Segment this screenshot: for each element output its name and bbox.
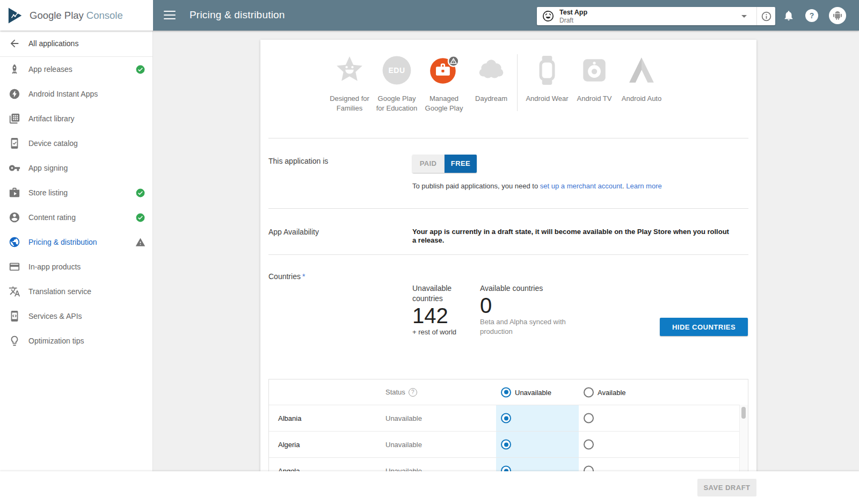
sidebar-item-label: In-app products [28, 262, 152, 271]
logo-suffix: Console [86, 10, 123, 21]
sidebar-item-app-signing[interactable]: App signing [0, 156, 152, 180]
app-status: Draft [559, 17, 587, 24]
watch-icon [523, 54, 571, 86]
available-all-radio[interactable] [584, 387, 594, 397]
account-avatar[interactable] [829, 7, 846, 24]
availability-text: Your app is currently in a draft state, … [412, 228, 734, 245]
country-row-angola: AngolaUnavailable [269, 457, 748, 471]
country-name: Algeria [278, 441, 300, 449]
status-help-icon[interactable]: ? [409, 388, 417, 397]
free-button[interactable]: FREE [445, 155, 477, 173]
person-circle-icon [9, 211, 20, 223]
check-circle-icon [135, 213, 145, 223]
check-circle-icon [135, 64, 145, 75]
rest-of-world-note: + rest of world [412, 327, 474, 337]
program-designed-for-families[interactable]: Designed for Families [326, 54, 373, 113]
learn-more-link[interactable]: Learn more [626, 182, 661, 190]
available-radio[interactable] [584, 413, 594, 423]
top-bar: Pricing & distribution Test App Draft ? [0, 0, 859, 31]
arrow-left-icon [9, 38, 20, 49]
country-status: Unavailable [385, 467, 422, 472]
translate-icon [9, 286, 20, 297]
program-android-wear[interactable]: Android Wear [523, 54, 571, 104]
family-star-icon [326, 54, 373, 86]
available-countries-count: 0 [480, 294, 571, 317]
pricing-section-label: This application is [268, 157, 328, 165]
sidebar-item-label: Artifact library [28, 114, 152, 123]
paid-button[interactable]: PAID [412, 155, 445, 173]
country-row-albania: AlbaniaUnavailable [269, 405, 748, 431]
sidebar-item-label: Pricing & distribution [28, 238, 127, 246]
sidebar-item-translation-service[interactable]: Translation service [0, 279, 152, 304]
countries-table-body: AlbaniaUnavailableAlgeriaUnavailableAngo… [269, 405, 748, 471]
countries-table-header: Status ? Unavailable Available [269, 379, 748, 405]
available-radio[interactable] [584, 440, 594, 450]
programs-group-divider [517, 54, 518, 111]
edu-circle-icon: EDU [373, 54, 420, 86]
available-countries-label: Available countries [480, 283, 571, 294]
program-label: Android Auto [618, 94, 665, 104]
countries-section-label: Countries* [268, 272, 305, 281]
help-icon[interactable]: ? [805, 9, 818, 22]
device-check-icon [9, 137, 20, 149]
table-scrollbar-thumb[interactable] [741, 407, 746, 419]
lightbulb-icon [9, 335, 20, 347]
save-draft-button[interactable]: SAVE DRAFT [697, 479, 756, 496]
sidebar-item-artifact-library[interactable]: Artifact library [0, 106, 152, 131]
program-label: Designed for Families [326, 94, 373, 113]
status-column-header: Status [385, 388, 405, 396]
unavailable-all-radio[interactable] [501, 387, 511, 397]
managed-briefcase-icon [420, 54, 468, 86]
countries-label-text: Countries [268, 272, 301, 281]
program-android-auto[interactable]: Android Auto [618, 54, 665, 104]
table-scrollbar[interactable] [739, 405, 748, 471]
sidebar-item-content-rating[interactable]: Content rating [0, 205, 152, 230]
program-managed-google-play[interactable]: Managed Google Play [420, 54, 468, 113]
app-selector-dropdown[interactable]: Test App Draft [537, 7, 775, 25]
sidebar-item-device-catalog[interactable]: Device catalog [0, 131, 152, 156]
beta-alpha-synced-note: Beta and Alpha synced with production [480, 317, 571, 337]
menu-icon[interactable] [164, 11, 176, 20]
available-radio[interactable] [584, 466, 594, 472]
sidebar-item-label: Optimization tips [28, 337, 152, 345]
sidebar-item-label: Store listing [28, 188, 127, 197]
merchant-account-link[interactable]: set up a merchant account [540, 182, 622, 190]
sidebar-item-store-listing[interactable]: Store listing [0, 180, 152, 205]
svg-text:EDU: EDU [388, 66, 405, 75]
unavailable-radio[interactable] [501, 413, 511, 423]
notifications-bell-icon[interactable] [783, 10, 795, 21]
program-google-play-for-education[interactable]: EDUGoogle Play for Education [373, 54, 420, 113]
program-label: Managed Google Play [420, 94, 468, 113]
program-android-tv[interactable]: Android TV [571, 54, 618, 104]
required-asterisk: * [302, 272, 305, 281]
program-label: Android Wear [523, 94, 571, 104]
sidebar-item-app-releases[interactable]: App releases [0, 57, 152, 82]
shop-icon [9, 187, 20, 199]
logo-area: Google PlayConsole [0, 0, 153, 31]
country-status: Unavailable [385, 414, 422, 422]
program-daydream[interactable]: Daydream [468, 54, 515, 104]
warning-icon [135, 237, 145, 247]
card-icon [9, 261, 20, 273]
sidebar-item-all-applications[interactable]: All applications [0, 31, 152, 57]
chevron-down-icon [741, 15, 747, 18]
sidebar-item-in-app-products[interactable]: In-app products [0, 254, 152, 279]
sidebar-item-optimization-tips[interactable]: Optimization tips [0, 328, 152, 353]
sidebar-item-pricing-and-distribution[interactable]: Pricing & distribution [0, 230, 152, 254]
key-icon [9, 162, 20, 174]
hide-countries-button[interactable]: HIDE COUNTRIES [660, 318, 748, 336]
logo-text: Google PlayConsole [30, 10, 123, 21]
info-icon[interactable] [761, 11, 772, 22]
app-name: Test App [559, 8, 587, 17]
available-countries-stat: Available countries 0 Beta and Alpha syn… [480, 283, 571, 337]
daydream-flower-icon [468, 54, 515, 86]
unavailable-radio[interactable] [501, 440, 511, 450]
sidebar-item-services-and-apis[interactable]: Services & APIs [0, 304, 152, 328]
country-row-algeria: AlgeriaUnavailable [269, 431, 748, 457]
sidebar-item-android-instant-apps[interactable]: Android Instant Apps [0, 82, 152, 106]
sidebar-nav: App releasesAndroid Instant AppsArtifact… [0, 57, 152, 353]
unavailable-header-label: Unavailable [515, 388, 551, 396]
unavailable-countries-count: 142 [412, 304, 474, 327]
google-play-console-logo-icon [8, 7, 24, 24]
page-title: Pricing & distribution [190, 9, 285, 21]
